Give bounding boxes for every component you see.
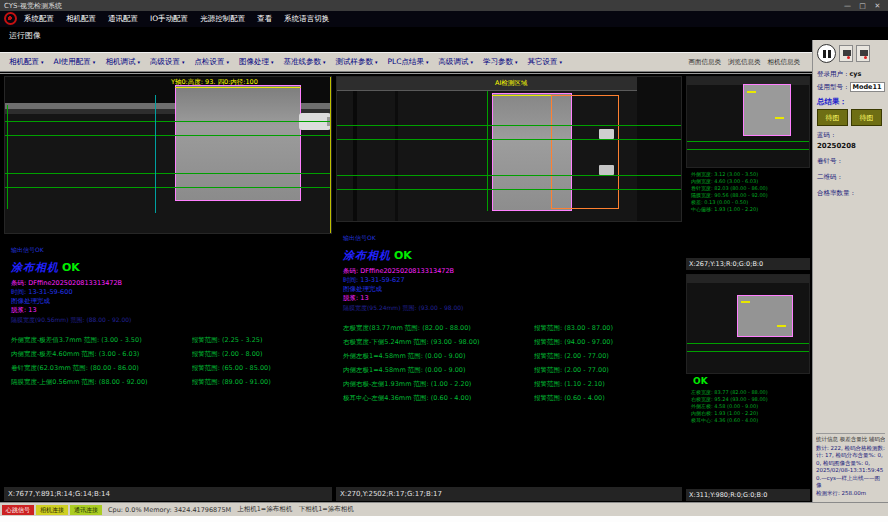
barcode-text: 条码: DFffine2025020813313472B (343, 267, 678, 276)
caret-down-icon: ▾ (41, 59, 44, 65)
record-dot-icon (864, 56, 867, 59)
menu-item[interactable]: 相机配置 (66, 14, 96, 24)
measure-line (5, 135, 331, 136)
extra-measure-text: 隔膜宽度(90.56mm) 范围: (88.00 - 92.00) (11, 315, 328, 324)
bottom-strip (0, 516, 888, 522)
ai-region-label: AI检测区域 (495, 79, 527, 88)
caret-down-icon: ▾ (226, 59, 229, 65)
right-camera-panel: AI检测区域 输出信号OK 涂布相机OK 条码: DFffine20250208… (336, 76, 682, 501)
menubar: 系统配置 相机配置 通讯配置 IO手动配置 光源控制配置 查看 系统语言切换 (0, 11, 888, 27)
caret-down-icon: ▾ (426, 59, 429, 65)
menu-list: 系统配置 相机配置 通讯配置 IO手动配置 光源控制配置 查看 系统语言切换 (0, 11, 888, 27)
caret-down-icon: ▾ (559, 59, 562, 65)
total-result-label: 总结果： (817, 97, 885, 107)
toolbar-item[interactable]: 点检设置 ▾ (189, 57, 234, 67)
menu-item[interactable]: 系统语言切换 (284, 14, 329, 24)
toolbar: 相机配置 ▾ AI使用配置 ▾ 相机调试 ▾ 高级设置 ▾ (0, 52, 812, 72)
caret-down-icon: ▾ (137, 59, 140, 65)
measurement-list: 左极宽度(83.77mm 范围: (82.00 - 88.00) 报警范围: (… (343, 321, 678, 405)
right-camera-image[interactable]: AI检测区域 (336, 76, 682, 222)
small-camera-image-top[interactable] (686, 76, 810, 168)
menu-item[interactable]: IO手动配置 (150, 14, 188, 24)
info-tab[interactable]: 相机信息类 (768, 58, 801, 67)
statistics-line: 计: 17, 检码分布含量%: 0, (816, 452, 885, 460)
result-ok-text: OK (62, 261, 80, 274)
small-measure-text: 内侧宽度: 4.60 (3.00 - 6.03) (691, 178, 808, 185)
menu-item[interactable]: 系统配置 (24, 14, 54, 24)
statistics-header: 统计信息 极差含量比 辅码合格 (816, 436, 885, 443)
needle-label: 卷针号： (817, 157, 885, 166)
small-measure-text: 隔膜宽度: 90.56 (88.00 - 92.00) (691, 192, 808, 199)
info-tab[interactable]: 画面信息类 (689, 58, 722, 67)
measurement-row: 卷针宽度(62.03mm 范围: (80.00 - 86.00) 报警范围: (… (11, 361, 328, 375)
measure-line (687, 351, 809, 352)
machine-dark-column (637, 77, 681, 221)
left-overlay-text: Y轴0:高度: 93. 四0:内径:100 (171, 78, 258, 87)
toolbar-item[interactable]: 相机配置 ▾ (4, 57, 49, 67)
small-measure-text: 外侧左极: 4.58 (0.00 - 9.00) (691, 403, 808, 410)
measure-line-vertical (155, 95, 156, 213)
small-camera-image-bottom[interactable] (686, 274, 810, 374)
measure-line (687, 149, 809, 150)
measure-line (687, 343, 809, 344)
run-image-label: 运行图像 (9, 30, 41, 41)
toolbar-item[interactable]: 图像处理 ▾ (234, 57, 279, 67)
login-user-line: 登录用户：cys (817, 70, 885, 79)
statusbar: 心跳信号 相机连接 通讯连接 Cpu: 0.0% Memory: 3424.41… (0, 502, 888, 516)
cell-roi-rectangle (175, 85, 301, 201)
small-measure-text: 内侧右极: 1.93 (1.00 - 2.20) (691, 410, 808, 417)
measure-line (337, 139, 681, 140)
measure-line (337, 175, 681, 176)
measure-line (337, 125, 681, 126)
output-signal-text: 输出信号OK (11, 246, 328, 255)
process-status-text: 图像处理完成 (343, 285, 678, 294)
yellow-marker (741, 301, 750, 303)
toolbar-item[interactable]: 测试样参数 ▾ (330, 57, 382, 67)
toolbar-item[interactable]: 其它设置 ▾ (522, 57, 567, 67)
measurement-row: 右极宽度-下侧5.24mm 范围: (93.00 - 98.00) 报警范围: … (343, 335, 678, 349)
measure-line (337, 189, 681, 190)
toolbar-item[interactable]: AI使用配置 ▾ (49, 57, 101, 67)
small-measure-text: 卷针宽度: 82.03 (80.00 - 86.00) (691, 185, 808, 192)
menu-item[interactable]: 光源控制配置 (200, 14, 245, 24)
pause-button[interactable] (817, 44, 836, 63)
camera-view-button-1[interactable] (839, 45, 853, 62)
small-bottom-pixel-coords: X:311;Y:980;R:0;G:0;B:0 (686, 489, 810, 501)
menu-item[interactable]: 查看 (257, 14, 272, 24)
small-camera-panel-bottom: OK 左极宽度: 83.77 (82.00 - 88.00)右极宽度: 95.2… (686, 274, 810, 501)
sidebar-buttons (817, 44, 885, 63)
minimize-button[interactable]: — (841, 1, 854, 11)
camera-view-button-2[interactable] (856, 45, 870, 62)
small-measure-text: 左极宽度: 83.77 (82.00 - 88.00) (691, 389, 808, 396)
measure-line (5, 187, 331, 188)
maximize-button[interactable]: □ (856, 1, 869, 11)
toolbar-item[interactable]: 学习参数 ▾ (478, 57, 523, 67)
ai-detect-roi-rectangle (551, 95, 619, 209)
edge-marker-line (330, 77, 331, 233)
toolbar-item[interactable]: 高级调试 ▾ (433, 57, 478, 67)
rate-label: 合格率数量： (817, 189, 885, 198)
caret-down-icon: ▾ (182, 59, 185, 65)
close-button[interactable]: ✕ (871, 1, 884, 11)
menu-item[interactable]: 通讯配置 (108, 14, 138, 24)
toolbar-item[interactable]: 高级设置 ▾ (145, 57, 190, 67)
time-text: 时间: 13-31-59-627 (343, 276, 678, 285)
app-window: CYS-视觉检测系统 — □ ✕ 系统配置 相机配置 通讯配置 IO手动配置 光… (0, 0, 888, 522)
toolbar-item[interactable]: 基准线参数 ▾ (278, 57, 330, 67)
app-logo-icon (4, 12, 17, 25)
toolbar-item[interactable]: PLC点结果 ▾ (382, 57, 433, 67)
info-tab[interactable]: 浏览信息类 (728, 58, 761, 67)
cpu-memory-text: Cpu: 0.0% Memory: 3424.41796875M (108, 506, 231, 514)
caret-down-icon: ▾ (271, 59, 274, 65)
measurement-row: 隔膜宽度-上侧0.56mm 范围: (88.00 - 92.00) 报警范围: … (11, 375, 328, 389)
toolbar-item[interactable]: 相机调试 ▾ (100, 57, 145, 67)
small-camera-panel-top: 外侧宽度: 3.12 (3.00 - 3.50)内侧宽度: 4.60 (3.00… (686, 76, 810, 270)
small-measure-lines: 外侧宽度: 3.12 (3.00 - 3.50)内侧宽度: 4.60 (3.00… (686, 168, 810, 258)
left-camera-image[interactable]: Y轴0:高度: 93. 四0:内径:100 (4, 76, 332, 234)
statistics-line: 0.—cys—样上出线——图像 (816, 475, 885, 490)
caret-down-icon: ▾ (470, 59, 473, 65)
measurement-list: 外侧宽度-极差值3.7mm 范围: (3.00 - 3.50) 报警范围: (2… (11, 333, 328, 389)
result-ok-text: OK (394, 249, 412, 262)
measure-line (5, 121, 331, 122)
status-badge: 通讯连接 (70, 505, 102, 515)
